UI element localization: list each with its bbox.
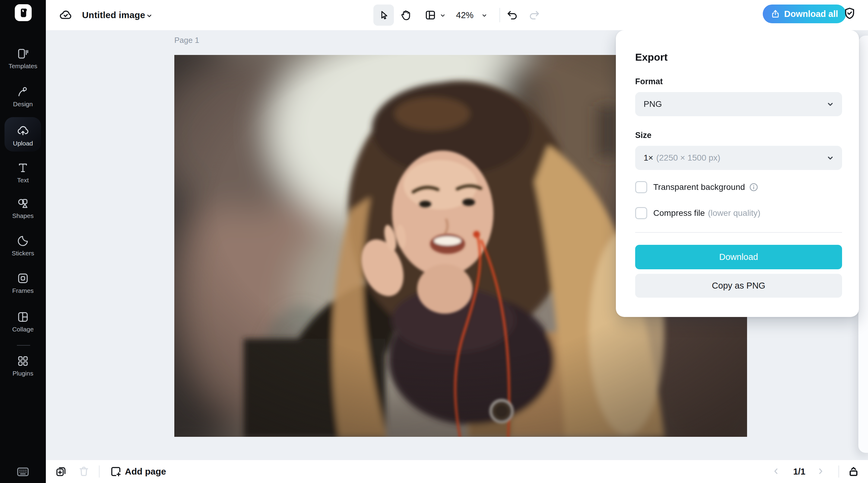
sidebar-item-frames[interactable]: Frames — [0, 272, 46, 294]
hand-tool-button[interactable] — [400, 9, 412, 21]
text-icon — [17, 162, 29, 174]
app-logo[interactable] — [15, 4, 32, 21]
app-window: Page 1 — [0, 0, 868, 483]
cloud-saved-icon — [59, 8, 72, 22]
background-panel-edge — [858, 36, 868, 453]
sidebar-item-plugins[interactable]: Plugins — [0, 355, 46, 377]
sidebar-item-label: Design — [13, 101, 33, 108]
export-panel-title: Export — [635, 51, 668, 63]
sidebar-item-upload[interactable]: Upload — [0, 124, 46, 147]
size-select[interactable]: 1× (2250 × 1500 px) — [635, 146, 842, 170]
format-select[interactable]: PNG — [635, 92, 842, 116]
sidebar-item-shapes[interactable]: Shapes — [0, 197, 46, 220]
sidebar-item-label: Stickers — [12, 250, 34, 257]
page-label: Page 1 — [174, 36, 199, 45]
plugins-icon — [17, 355, 29, 367]
present-button[interactable] — [847, 465, 860, 478]
layout-tool-button[interactable] — [425, 9, 436, 21]
bottom-bar-divider — [99, 465, 99, 478]
logo-glyph — [18, 7, 29, 19]
undo-button[interactable] — [507, 9, 518, 21]
sidebar-item-stickers[interactable]: Stickers — [0, 235, 46, 257]
upload-cloud-icon — [17, 124, 29, 137]
collage-icon — [17, 311, 29, 323]
layout-chevron-down-icon[interactable] — [439, 12, 446, 19]
chevron-down-icon — [826, 153, 835, 163]
info-icon[interactable] — [749, 182, 758, 192]
transparent-background-checkbox[interactable] — [635, 181, 647, 193]
delete-page-button[interactable] — [78, 465, 90, 478]
copy-as-png-button[interactable]: Copy as PNG — [635, 274, 842, 297]
sticker-icon — [17, 235, 29, 247]
duplicate-page-button[interactable] — [55, 465, 67, 478]
bottom-bar: Add page 1/1 — [46, 460, 868, 483]
sidebar-item-templates[interactable]: Templates — [0, 48, 46, 70]
next-page-button[interactable] — [816, 467, 825, 476]
format-value: PNG — [644, 99, 662, 109]
bottom-bar-divider — [838, 465, 839, 478]
transparent-background-label: Transparent background — [653, 182, 745, 192]
size-label: Size — [635, 131, 651, 140]
compress-file-checkbox-row[interactable]: Compress file (lower quality) — [635, 207, 760, 219]
page-indicator: 1/1 — [793, 460, 805, 483]
transparent-background-checkbox-row[interactable]: Transparent background — [635, 181, 758, 193]
zoom-chevron-down-icon[interactable] — [481, 12, 488, 19]
cursor-icon — [373, 4, 394, 26]
compress-file-checkbox[interactable] — [635, 207, 647, 219]
sidebar-item-label: Collage — [12, 326, 33, 333]
size-dimensions-value: (2250 × 1500 px) — [656, 153, 720, 163]
frames-icon — [17, 272, 29, 284]
document-title[interactable]: Untitled image — [82, 0, 145, 30]
format-label: Format — [635, 77, 663, 86]
previous-page-button[interactable] — [772, 467, 780, 476]
sidebar-item-label: Shapes — [12, 212, 33, 220]
sidebar-item-label: Frames — [12, 287, 33, 294]
sidebar: Templates Design Upload Text Shapes Stic… — [0, 0, 46, 483]
sidebar-item-design[interactable]: Design — [0, 86, 46, 108]
shapes-icon — [17, 197, 29, 209]
sidebar-item-label: Text — [17, 177, 29, 184]
zoom-level[interactable]: 42% — [456, 0, 473, 30]
sidebar-item-label: Templates — [8, 62, 37, 70]
sidebar-item-text[interactable]: Text — [0, 162, 46, 184]
shield-check-icon[interactable] — [843, 7, 856, 20]
toolbar-divider — [499, 8, 500, 22]
compress-file-note: (lower quality) — [708, 208, 760, 218]
keyboard-shortcuts-icon[interactable] — [16, 465, 30, 479]
sidebar-item-collage[interactable]: Collage — [0, 311, 46, 333]
redo-button[interactable] — [528, 9, 540, 21]
chevron-down-icon — [826, 100, 835, 109]
design-icon — [17, 86, 29, 98]
download-button[interactable]: Download — [635, 245, 842, 269]
panel-divider — [635, 232, 842, 233]
add-page-label[interactable]: Add page — [125, 460, 166, 483]
export-panel: Export Format PNG Size 1× (2250 × 1500 p… — [616, 30, 859, 317]
export-share-icon — [771, 9, 780, 19]
add-page-icon[interactable] — [110, 465, 122, 478]
top-toolbar: Untitled image 42% — [0, 0, 868, 30]
download-all-button[interactable]: Download all — [763, 4, 846, 23]
title-chevron-down-icon[interactable] — [145, 12, 153, 20]
sidebar-item-label: Plugins — [13, 370, 33, 377]
templates-icon — [17, 48, 29, 60]
sidebar-item-label: Upload — [13, 140, 33, 147]
sidebar-divider — [17, 345, 30, 346]
size-scale-value: 1× — [644, 153, 653, 163]
compress-file-label: Compress file — [653, 208, 705, 218]
select-tool-button[interactable] — [373, 4, 394, 26]
download-all-label: Download all — [784, 9, 838, 19]
